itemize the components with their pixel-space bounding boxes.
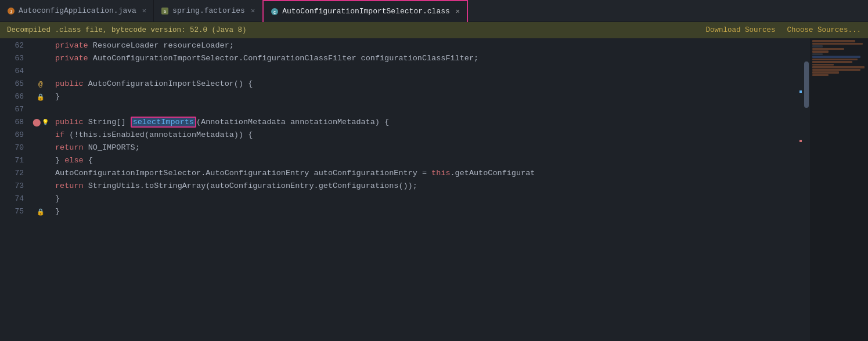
- minimap: [810, 38, 868, 341]
- code-line: } else {: [55, 154, 798, 167]
- annotation-at-icon: @: [38, 80, 43, 89]
- code-line: AutoConfigurationImportSelector.AutoConf…: [55, 167, 798, 180]
- breakpoint-icon: ⬤: [33, 118, 41, 127]
- code-line: }: [55, 193, 798, 205]
- minimap-line: [812, 50, 829, 53]
- line-number: 73: [0, 180, 27, 193]
- gutter-item: @: [32, 78, 49, 90]
- java-file-icon: J: [7, 7, 15, 15]
- code-line: private ResourceLoader resourceLoader;: [55, 39, 798, 52]
- minimap-line: [812, 53, 823, 56]
- line-number: 68: [0, 116, 27, 129]
- line-number: 75: [0, 205, 27, 218]
- minimap-line: [812, 69, 860, 71]
- tab-autoconfiguration-import-selector[interactable]: C AutoConfigurationImportSelector.class …: [262, 0, 468, 22]
- gutter-item: 🔒: [32, 205, 49, 218]
- gutter-item: [32, 65, 49, 78]
- minimap-line: [812, 48, 844, 50]
- factories-file-icon: S: [161, 7, 169, 15]
- code-line: return StringUtils.toStringArray(autoCon…: [55, 180, 798, 193]
- scrollbar-thumb[interactable]: [804, 61, 809, 108]
- info-bar: Decompiled .class file, bytecode version…: [0, 22, 868, 38]
- minimap-line: [812, 71, 839, 74]
- minimap-line: [812, 56, 860, 58]
- minimap-line: [812, 61, 852, 63]
- minimap-line: [812, 45, 823, 48]
- minimap-line: [812, 64, 834, 66]
- download-sources-link[interactable]: Download Sources: [705, 26, 775, 34]
- code-line: [55, 65, 798, 78]
- gutter-item: [32, 180, 49, 193]
- tab-2-label: spring.factories: [172, 6, 245, 15]
- tab-1-label: AutoconfigApplication.java: [19, 6, 136, 15]
- minimap-line: [812, 43, 863, 45]
- gutter-item: 🔒: [32, 90, 49, 103]
- line-number: 71: [0, 154, 27, 167]
- line-number: 63: [0, 52, 27, 65]
- tab-bar: J AutoconfigApplication.java ✕ S spring.…: [0, 0, 868, 22]
- code-line: return NO_IMPORTS;: [55, 142, 798, 154]
- lock-icon: 🔒: [37, 208, 45, 216]
- choose-sources-link[interactable]: Choose Sources...: [787, 26, 861, 34]
- gutter-item: [32, 193, 49, 205]
- line-numbers: 6263646566676869707172737475: [0, 38, 32, 341]
- tab-autoconfigapplication[interactable]: J AutoconfigApplication.java ✕: [0, 0, 154, 22]
- tab-3-label: AutoConfigurationImportSelector.class: [282, 7, 450, 16]
- gutter-item: [32, 154, 49, 167]
- minimap-line: [812, 59, 858, 61]
- code-line: }: [55, 90, 798, 103]
- code-editor[interactable]: private ResourceLoader resourceLoader; p…: [49, 38, 798, 341]
- gutter: @🔒⬤💡🔒: [32, 38, 49, 341]
- gutter-item: [32, 142, 49, 154]
- line-number: 72: [0, 167, 27, 180]
- code-container: 6263646566676869707172737475 @🔒⬤💡🔒 priva…: [0, 38, 868, 341]
- minimap-line: [812, 40, 855, 42]
- minimap-line: [812, 66, 865, 68]
- gutter-item: [32, 129, 49, 142]
- line-number: 70: [0, 142, 27, 154]
- tab-1-close[interactable]: ✕: [142, 6, 146, 15]
- gutter-item: [32, 167, 49, 180]
- svg-text:J: J: [10, 9, 12, 14]
- code-line: private AutoConfigurationImportSelector.…: [55, 52, 798, 65]
- code-line: public String[] selectImports(Annotation…: [55, 116, 798, 129]
- info-bar-actions: Download Sources Choose Sources...: [705, 26, 861, 34]
- gutter-item: ⬤💡: [32, 116, 49, 129]
- lock-icon: 🔒: [37, 93, 45, 101]
- class-file-icon: C: [271, 8, 279, 16]
- vertical-scrollbar[interactable]: [802, 38, 810, 341]
- tab-2-close[interactable]: ✕: [251, 6, 255, 15]
- tab-3-close[interactable]: ✕: [456, 7, 460, 16]
- minimap-line: [812, 74, 829, 77]
- line-number: 66: [0, 90, 27, 103]
- line-number: 67: [0, 103, 27, 116]
- svg-text:C: C: [273, 10, 276, 14]
- line-number: 64: [0, 65, 27, 78]
- code-line: if (!this.isEnabled(annotationMetadata))…: [55, 129, 798, 142]
- line-number: 74: [0, 193, 27, 205]
- svg-text:S: S: [164, 9, 166, 14]
- tab-spring-factories[interactable]: S spring.factories ✕: [154, 0, 262, 22]
- bulb-icon: 💡: [42, 119, 49, 126]
- line-number: 62: [0, 39, 27, 52]
- gutter-item: [32, 103, 49, 116]
- line-number: 65: [0, 78, 27, 90]
- code-line: }: [55, 205, 798, 218]
- code-line: public AutoConfigurationImportSelector()…: [55, 78, 798, 90]
- code-line: [55, 103, 798, 116]
- line-number: 69: [0, 129, 27, 142]
- gutter-item: [32, 39, 49, 52]
- decompiled-info: Decompiled .class file, bytecode version…: [7, 26, 247, 34]
- gutter-item: [32, 52, 49, 65]
